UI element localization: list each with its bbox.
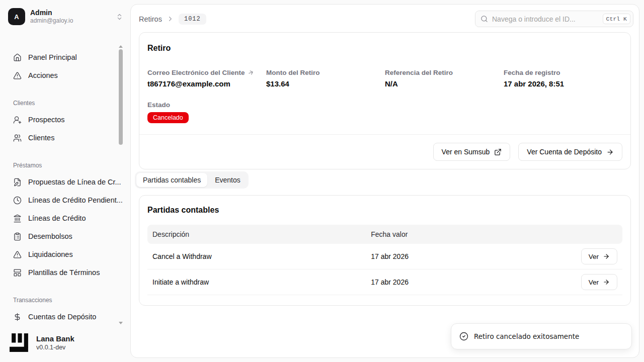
breadcrumb-retiros[interactable]: Retiros <box>139 15 162 23</box>
global-search[interactable]: Ctrl K <box>475 11 633 27</box>
sidebar-scrollbar[interactable] <box>119 49 123 145</box>
lana-bank-logo <box>9 332 30 353</box>
sidebar-section-clientes: Clientes <box>13 100 123 107</box>
field-status: Estado Cancelado <box>147 101 622 134</box>
withdrawal-card: Retiro Correo Electrónico del Cliente t8… <box>139 32 631 169</box>
view-entry-button[interactable]: Ver <box>581 248 617 264</box>
amount-value: $13.64 <box>266 79 385 88</box>
scroll-up-arrow[interactable] <box>119 45 123 48</box>
sidebar-item-prospectos[interactable]: Prospectos <box>13 111 123 129</box>
chevrons-up-down-icon <box>116 13 123 21</box>
user-menu[interactable]: A Admin admin@galoy.io <box>8 8 123 25</box>
customer-email-value[interactable]: t867176@example.com <box>147 79 266 88</box>
view-entry-button[interactable]: Ver <box>581 274 617 290</box>
sidebar-item-lineas-credito[interactable]: Líneas de Crédito <box>13 209 123 227</box>
top-bar: Retiros 1012 Ctrl K <box>131 5 639 32</box>
arrow-right-icon <box>603 253 610 260</box>
status-badge: Cancelado <box>147 112 189 123</box>
sidebar-item-label: Liquidaciones <box>28 250 73 258</box>
sidebar-nav: Panel Principal Acciones Clientes Prospe… <box>0 48 130 326</box>
column-header-actions <box>504 225 622 244</box>
sidebar-section-transacciones: Transacciones <box>13 297 123 304</box>
entries-card: Partidas contables Descripción Fecha val… <box>139 195 631 306</box>
entry-description: Cancel a Withdraw <box>147 244 366 269</box>
triangle-alert-icon <box>13 250 22 259</box>
sidebar-item-propuestas[interactable]: Propuestas de Línea de Cr... <box>13 173 123 191</box>
field-amount: Monto del Retiro $13.64 <box>266 69 385 88</box>
clipboard-icon <box>13 232 22 241</box>
arrow-right-icon <box>247 68 255 77</box>
main-panel: Retiros 1012 Ctrl K Retiro Correo Electr… <box>130 4 639 358</box>
search-input[interactable] <box>492 15 599 23</box>
external-link-icon <box>494 148 502 156</box>
sidebar-item-label: Líneas de Crédito <box>28 214 86 222</box>
sidebar-footer: Lana Bank v0.0.1-dev <box>9 332 74 353</box>
avatar: A <box>8 8 25 25</box>
brand-name: Lana Bank <box>36 334 74 344</box>
toast-message: Retiro cancelado exitosamente <box>474 332 579 340</box>
sidebar-item-label: Desembolsos <box>28 232 72 240</box>
sidebar-item-label: Cuentas de Depósito <box>28 313 96 321</box>
field-reference: Referencia del Retiro N/A <box>385 69 504 88</box>
dollar-icon <box>13 313 22 321</box>
sidebar-item-liquidaciones[interactable]: Liquidaciones <box>13 245 123 263</box>
created-date-value: 17 abr 2026, 8:51 <box>504 79 622 88</box>
entries-card-title: Partidas contables <box>147 206 622 215</box>
tab-partidas-contables[interactable]: Partidas contables <box>136 173 207 187</box>
view-sumsub-button[interactable]: Ver en Sumsub <box>433 143 511 161</box>
user-plus-icon <box>13 116 22 124</box>
file-pen-icon <box>13 178 22 187</box>
entries-table: Descripción Fecha valor Cancel a Withdra… <box>147 225 622 295</box>
search-icon <box>480 15 488 23</box>
chevron-right-icon <box>167 15 174 23</box>
brand-version: v0.0.1-dev <box>36 344 74 351</box>
breadcrumb-id-badge: 1012 <box>179 14 206 25</box>
sidebar-item-panel-principal[interactable]: Panel Principal <box>13 48 123 66</box>
sidebar-item-plantillas[interactable]: Plantillas de Términos <box>13 263 123 282</box>
column-header-description: Descripción <box>147 225 366 244</box>
tab-eventos[interactable]: Eventos <box>208 173 247 187</box>
sidebar-item-acciones[interactable]: Acciones <box>13 66 123 84</box>
entry-date: 17 abr 2026 <box>366 269 504 295</box>
tabs: Partidas contables Eventos <box>135 171 631 189</box>
bank-icon <box>13 214 22 223</box>
view-deposit-account-button[interactable]: Ver Cuenta de Depósito <box>518 143 622 161</box>
table-row: Initiate a withdraw 17 abr 2026 Ver <box>147 269 622 295</box>
layout-icon <box>13 268 22 277</box>
users-icon <box>13 134 22 142</box>
sidebar: A Admin admin@galoy.io Panel Principal A… <box>0 0 130 362</box>
sidebar-item-desembolsos[interactable]: Desembolsos <box>13 227 123 245</box>
field-created-date: Fecha de registro 17 abr 2026, 8:51 <box>504 69 622 88</box>
entry-date: 17 abr 2026 <box>366 244 504 269</box>
toast-notification: Retiro cancelado exitosamente <box>451 323 632 349</box>
field-customer-email[interactable]: Correo Electrónico del Cliente t867176@e… <box>147 69 266 88</box>
sidebar-item-label: Propuestas de Línea de Cr... <box>28 178 121 186</box>
house-icon <box>13 53 22 62</box>
circle-check-icon <box>459 332 468 341</box>
arrow-right-icon <box>606 148 614 156</box>
column-header-date: Fecha valor <box>366 225 504 244</box>
clock-icon <box>13 196 22 205</box>
sidebar-item-clientes[interactable]: Clientes <box>13 129 123 147</box>
reference-value: N/A <box>385 79 504 88</box>
breadcrumb: Retiros 1012 <box>139 14 206 25</box>
triangle-alert-icon <box>13 71 22 80</box>
sidebar-item-label: Líneas de Crédito Pendient... <box>28 196 123 204</box>
sidebar-item-label: Plantillas de Términos <box>28 268 100 277</box>
sidebar-item-label: Prospectos <box>28 116 65 124</box>
sidebar-item-label: Clientes <box>28 134 54 142</box>
sidebar-item-lineas-pendientes[interactable]: Líneas de Crédito Pendient... <box>13 191 123 209</box>
arrow-right-icon <box>603 279 610 286</box>
user-name: Admin <box>30 9 73 18</box>
sidebar-item-label: Acciones <box>28 71 58 79</box>
sidebar-item-cuentas-deposito[interactable]: Cuentas de Depósito <box>13 308 123 326</box>
sidebar-section-prestamos: Préstamos <box>13 162 123 169</box>
user-email: admin@galoy.io <box>30 17 73 25</box>
table-row: Cancel a Withdraw 17 abr 2026 Ver <box>147 244 622 269</box>
search-shortcut: Ctrl K <box>603 14 630 24</box>
scroll-down-arrow[interactable] <box>119 322 123 324</box>
entry-description: Initiate a withdraw <box>147 269 366 295</box>
withdrawal-card-title: Retiro <box>147 44 622 53</box>
sidebar-item-label: Panel Principal <box>28 53 77 61</box>
